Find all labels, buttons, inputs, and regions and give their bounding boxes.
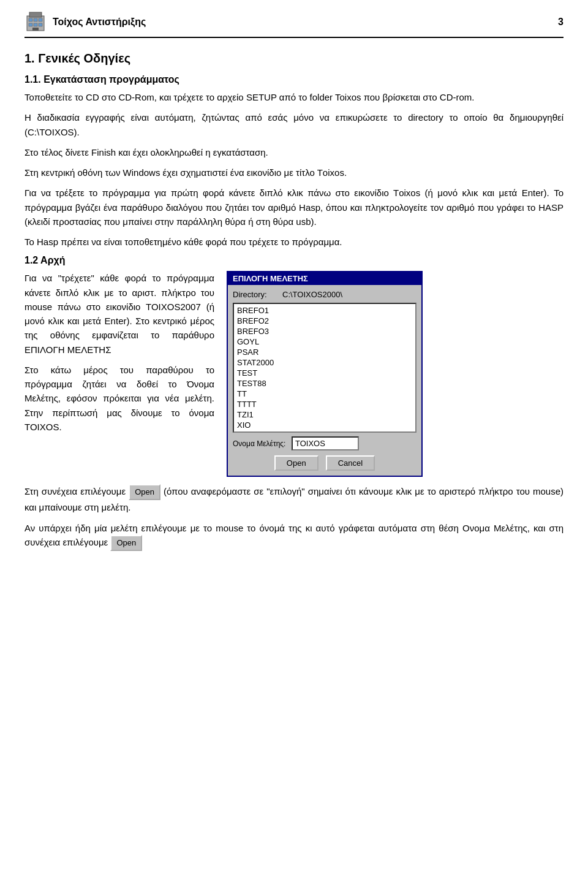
dialog-body: Directory: C:\TOIXOS2000\ BREFO1 BREFO2 … bbox=[228, 285, 421, 476]
para-1-1-0: Τοποθετείτε το CD στο CD-Rom, και τρέχετ… bbox=[24, 90, 564, 104]
inline-open-button-2[interactable]: Open bbox=[110, 535, 142, 551]
svg-rect-6 bbox=[34, 23, 37, 26]
dialog-cancel-button[interactable]: Cancel bbox=[326, 455, 375, 471]
dialog-input-label: Ονομα Μελέτης: bbox=[233, 439, 288, 448]
bottom-para-0: Στη συνέχεια επιλέγουμε Open (όπου αναφε… bbox=[24, 484, 564, 514]
para-1-1-2: Στο τέλος δίνετε Finish και έχει ολοκληρ… bbox=[24, 145, 564, 159]
list-item-psar[interactable]: PSAR bbox=[235, 347, 414, 357]
section-1-heading: 1. Γενικές Οδηγίες bbox=[24, 51, 564, 66]
page-header: Τοίχος Αντιστήριξης 3 bbox=[24, 11, 564, 38]
inline-open-button[interactable]: Open bbox=[129, 484, 160, 500]
svg-rect-7 bbox=[39, 23, 42, 26]
dialog-input-row: Ονομα Μελέτης: TOIXOS bbox=[233, 436, 417, 450]
list-item-brefo2[interactable]: BREFO2 bbox=[235, 316, 414, 326]
col-left-para-0: Για να "τρέχετε" κάθε φορά το πρόγραμμα … bbox=[24, 271, 214, 357]
dialog-open-button[interactable]: Open bbox=[274, 455, 318, 471]
dialog-name-input[interactable]: TOIXOS bbox=[292, 436, 359, 450]
dialog-directory-value: C:\TOIXOS2000\ bbox=[282, 290, 342, 299]
dialog-listbox[interactable]: BREFO1 BREFO2 BREFO3 GOYL PSAR STAT2000 … bbox=[233, 303, 417, 433]
list-item-tttt[interactable]: TTTT bbox=[235, 399, 414, 409]
list-item-test88[interactable]: TEST88 bbox=[235, 378, 414, 389]
svg-rect-4 bbox=[39, 18, 42, 21]
list-item-stat2000[interactable]: STAT2000 bbox=[235, 357, 414, 368]
bottom-para-1: Αν υπάρχει ήδη μία μελέτη επιλέγουμε με … bbox=[24, 521, 564, 551]
list-item-test[interactable]: TEST bbox=[235, 368, 414, 378]
dialog-window: ΕΠΙΛΟΓΗ ΜΕΛΕΤΗΣ Directory: C:\TOIXOS2000… bbox=[227, 271, 423, 477]
para-1-1-4: Για να τρέξετε το πρόγραμμα για πρώτη φο… bbox=[24, 186, 564, 229]
col-left-text: Για να "τρέχετε" κάθε φορά το πρόγραμμα … bbox=[24, 271, 214, 434]
header-left: Τοίχος Αντιστήριξης bbox=[24, 11, 146, 33]
svg-rect-2 bbox=[29, 18, 32, 21]
page: Τοίχος Αντιστήριξης 3 1. Γενικές Οδηγίες… bbox=[0, 0, 588, 874]
list-item-xio[interactable]: XIO bbox=[235, 420, 414, 430]
para-1-1-1: Η διαδικασία εγγραφής είναι αυτόματη, ζη… bbox=[24, 110, 564, 139]
page-number: 3 bbox=[558, 17, 564, 28]
header-title: Τοίχος Αντιστήριξης bbox=[53, 17, 146, 28]
dialog-directory-label: Directory: bbox=[233, 290, 279, 299]
building-icon bbox=[24, 11, 47, 33]
svg-rect-8 bbox=[32, 28, 39, 31]
subsection-1-2-heading: 1.2 Αρχή bbox=[24, 255, 564, 266]
svg-rect-1 bbox=[29, 12, 42, 17]
list-item-brefo3[interactable]: BREFO3 bbox=[235, 326, 414, 336]
para-1-1-3: Στη κεντρική οθόνη των Windows έχει σχημ… bbox=[24, 165, 564, 180]
bottom-text: Στη συνέχεια επιλέγουμε Open (όπου αναφε… bbox=[24, 484, 564, 551]
subsection-1-1-body: Τοποθετείτε το CD στο CD-Rom, και τρέχετ… bbox=[24, 90, 564, 249]
dialog-directory-row: Directory: C:\TOIXOS2000\ bbox=[233, 290, 417, 299]
list-item-goyl[interactable]: GOYL bbox=[235, 336, 414, 347]
para-1-1-5: Το Hasp πρέπει να είναι τοποθετημένο κάθ… bbox=[24, 235, 564, 249]
dialog-titlebar: ΕΠΙΛΟΓΗ ΜΕΛΕΤΗΣ bbox=[228, 272, 421, 285]
list-item-tzi1[interactable]: TZI1 bbox=[235, 409, 414, 420]
dialog-buttons: Open Cancel bbox=[233, 455, 417, 471]
col-left-para-1: Στο κάτω μέρος του παραθύρου το πρόγραμμ… bbox=[24, 363, 214, 434]
svg-rect-3 bbox=[34, 18, 37, 21]
col-left: Για να "τρέχετε" κάθε φορά το πρόγραμμα … bbox=[24, 271, 214, 440]
subsection-1-1-heading: 1.1. Εγκατάσταση προγράμματος bbox=[24, 74, 564, 85]
list-item-brefo1[interactable]: BREFO1 bbox=[235, 305, 414, 316]
col-right: ΕΠΙΛΟΓΗ ΜΕΛΕΤΗΣ Directory: C:\TOIXOS2000… bbox=[227, 271, 564, 477]
svg-rect-5 bbox=[29, 23, 32, 26]
two-col-section: Για να "τρέχετε" κάθε φορά το πρόγραμμα … bbox=[24, 271, 564, 477]
list-item-tt[interactable]: TT bbox=[235, 389, 414, 399]
